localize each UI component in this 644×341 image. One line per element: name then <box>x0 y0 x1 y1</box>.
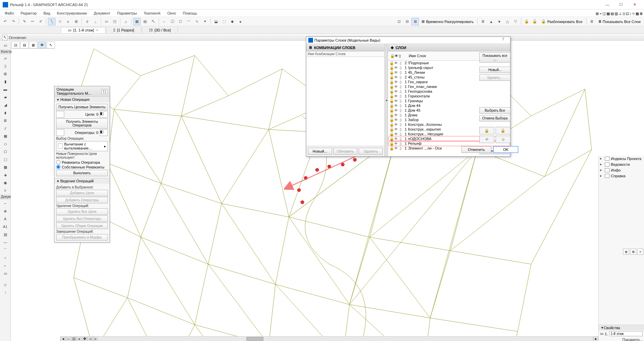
radio-operator-attrs[interactable]: Реквизиты Оператора <box>56 160 108 164</box>
eye-icon[interactable]: 👁 <box>394 108 398 112</box>
combinations-list[interactable] <box>306 57 384 146</box>
align-icon[interactable]: ≡ <box>64 18 72 25</box>
eye-icon[interactable]: 👁 <box>394 146 398 150</box>
group-icon[interactable]: ⊡ <box>395 18 403 25</box>
arrow-tool-icon[interactable]: ↖ <box>2 35 7 40</box>
lock-icon[interactable]: 🔓 <box>389 122 394 127</box>
wire-icon[interactable]: ▯ <box>398 122 403 127</box>
marquee-tool-icon[interactable]: ▭ <box>1 42 10 49</box>
arc-tool-icon[interactable]: ⌒ <box>1 246 10 254</box>
lock-icon[interactable]: 🔓 <box>389 75 394 79</box>
help-icon[interactable]: ? <box>502 37 504 41</box>
zoom-in-icon[interactable]: + <box>76 337 82 341</box>
wire-icon[interactable]: ▯ <box>398 137 403 141</box>
wire-icon[interactable]: ▯ <box>398 146 403 151</box>
morph-tool-icon[interactable]: ◇ <box>1 140 10 147</box>
view-5-icon[interactable]: ▤ <box>611 12 614 16</box>
eye-icon[interactable]: 👁 <box>394 70 398 74</box>
distribute-icon[interactable]: ⊞ <box>72 18 80 25</box>
update-combo-button[interactable]: Обновить <box>333 148 358 155</box>
delete-layer-button[interactable]: Удалить... <box>479 74 510 81</box>
wire-icon[interactable]: ▯ <box>398 118 403 122</box>
unlock-icon[interactable]: 🔓 <box>531 18 539 25</box>
slab-tool-icon[interactable]: ▰ <box>1 93 10 101</box>
show-all-button[interactable]: Показывать все ... <box>479 52 510 63</box>
col-lock-icon[interactable]: 🔒 <box>389 54 394 58</box>
lock-icon[interactable]: 🔓 <box>389 108 394 113</box>
wire-icon[interactable]: ▯ <box>398 66 403 70</box>
wire-icon[interactable]: ▯ <box>398 89 403 94</box>
view-1-icon[interactable]: ⊞ <box>596 12 599 16</box>
extra-tool-icon[interactable]: ◈ <box>1 171 10 179</box>
next-view-icon[interactable]: ▹ <box>93 337 98 341</box>
lock-icon[interactable]: 🔓 <box>389 132 394 136</box>
dialog-titlebar[interactable]: Параметры Слоев (Модельные Виды) <box>306 37 510 44</box>
close-tab-icon[interactable]: × <box>96 28 98 32</box>
eye-icon[interactable]: 👁 <box>394 104 398 108</box>
forward-icon[interactable]: △ <box>504 18 511 25</box>
prev-view-icon[interactable]: ◃ <box>87 337 93 341</box>
eye-icon[interactable]: 👁 <box>394 141 398 145</box>
lock-icon[interactable]: 🔓 <box>389 66 394 70</box>
deselect-button[interactable]: Отмена Выбора <box>479 115 510 121</box>
lock-icon[interactable]: 🔓 <box>389 127 394 132</box>
nav-schedules[interactable]: ▸Ведомости <box>599 161 644 167</box>
view-13-icon[interactable]: ≣ <box>640 12 643 16</box>
extra2-tool-icon[interactable]: ◉ <box>1 179 10 186</box>
eye-icon[interactable]: 👁 <box>394 80 398 84</box>
text-tool-icon[interactable]: A <box>1 215 10 223</box>
beam-tool-icon[interactable]: ▬ <box>1 86 10 93</box>
col-3d-icon[interactable]: ▯ <box>398 54 403 58</box>
col-visible-icon[interactable]: 👁 <box>394 54 398 58</box>
view-9-icon[interactable]: ⊡ <box>626 12 629 16</box>
menu-file[interactable]: Файл <box>1 10 17 16</box>
menu-design[interactable]: Конструирование <box>53 10 90 16</box>
lock-action-icon[interactable]: 🔒 <box>479 127 494 134</box>
convert-morph-button[interactable]: Преобразовать в Морфы <box>56 234 108 241</box>
execute-button[interactable]: Выполнить <box>56 170 108 176</box>
nav-delete-icon[interactable]: ✕ <box>637 249 643 255</box>
shell-tool-icon[interactable]: ◗ <box>1 109 10 116</box>
gm-1-icon[interactable]: ⊡ <box>11 42 20 48</box>
ok-button[interactable]: OK <box>493 146 518 153</box>
guide-lines-icon[interactable]: ╲ <box>48 18 55 25</box>
object-tool-icon[interactable]: ⬡ <box>1 148 10 155</box>
fill-tool-icon[interactable]: ▨ <box>1 231 10 238</box>
menu-teamwork[interactable]: Teamwork <box>140 10 164 16</box>
overlay-icon[interactable]: ▤ <box>141 18 149 25</box>
highlighter-icon[interactable]: ✐ <box>37 18 44 25</box>
polyline-tool-icon[interactable]: ⌐ <box>1 262 10 269</box>
wire-icon[interactable]: ▯ <box>398 85 403 89</box>
get-targets-button[interactable]: Получить Целевые Элементы <box>56 104 108 110</box>
temp-ungroup-button[interactable]: ⊞Временно Разгруппировать <box>420 19 476 24</box>
hide-action-icon[interactable]: ⊘ <box>496 136 510 143</box>
eye-icon[interactable]: 👁 <box>394 137 398 141</box>
wire-icon[interactable]: ▯ <box>398 127 403 132</box>
nav-settings-icon[interactable]: ⚙ <box>630 249 636 255</box>
display-order-icon[interactable]: ≣ <box>479 18 487 25</box>
zoom-out-icon[interactable]: − <box>66 337 71 341</box>
suspend-icon[interactable]: ⊠ <box>411 18 419 25</box>
show-action-icon[interactable]: 👁 <box>479 136 494 143</box>
wireframe-icon[interactable]: ⬚ <box>220 18 228 25</box>
maximize-button[interactable]: ☐ <box>614 1 628 9</box>
cube-icon[interactable]: ◳ <box>111 18 118 25</box>
ruler-icon[interactable]: ⟂ <box>92 18 99 25</box>
lock-icon[interactable]: 🔓 <box>389 61 394 65</box>
display-icon[interactable]: ⬓ <box>212 18 220 25</box>
eyedropper-icon[interactable]: ✎ <box>21 18 28 25</box>
layers-icon[interactable]: ≣ <box>588 18 596 25</box>
curtain-tool-icon[interactable]: ▦ <box>1 132 10 140</box>
unlock-action-icon[interactable]: 🔓 <box>496 127 510 134</box>
cancel-button[interactable]: Отменить <box>461 146 491 153</box>
extra3-tool-icon[interactable]: ◊ <box>1 187 10 194</box>
zone-tool-icon[interactable]: ▢ <box>1 156 10 163</box>
wire-icon[interactable]: ▯ <box>398 132 403 136</box>
bring-front-icon[interactable]: ▲ <box>487 18 495 25</box>
lock-icon[interactable]: 🔓 <box>389 118 394 122</box>
doc-tab-section[interactable]: ▯ [1 Разрез] <box>106 27 141 33</box>
render-icon[interactable]: ● <box>237 18 244 25</box>
eye-icon[interactable]: 👁 <box>394 118 398 122</box>
drawing-tool-icon[interactable]: ▭ <box>1 270 10 277</box>
eye-icon[interactable]: 👁 <box>394 122 398 127</box>
